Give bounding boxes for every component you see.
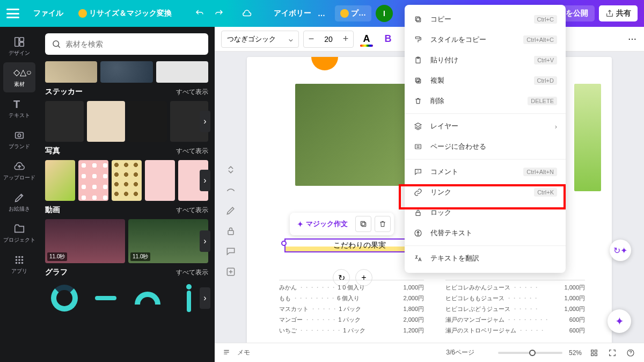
trash-icon [413,96,423,106]
fit-page-icon [413,142,423,151]
lock-icon[interactable] [225,226,236,236]
ctx-copy[interactable]: コピーCtrl+C [405,9,566,30]
left-sidebar: デザイン ◇△○素材 Tテキスト ブランド アップロード お絵描き プロジェクト… [0,27,39,362]
font-size-value[interactable]: 20 [319,35,338,44]
clipboard-icon [413,55,423,65]
sidebar-design[interactable]: デザイン [3,31,35,61]
ctx-fit-page[interactable]: ページに合わせる [405,136,566,157]
file-menu[interactable]: ファイル [28,5,69,21]
magic-toolbar: ✦マジック作文 [290,213,394,235]
photo-thumb[interactable] [145,160,175,201]
duplicate-icon [413,76,423,85]
ctx-lock[interactable]: ロック [405,202,566,223]
add-icon[interactable] [225,266,236,277]
ctx-comment[interactable]: コメントCtrl+Alt+N [405,162,566,182]
notes-label[interactable]: メモ [237,348,250,357]
svg-point-10 [21,259,24,261]
section-title: 動画 [45,205,60,215]
asset-thumb[interactable] [45,61,97,83]
help-icon[interactable] [625,347,636,359]
decrease-size-button[interactable]: − [304,31,319,47]
asset-thumb[interactable] [100,61,152,83]
ai-refresh-fab[interactable]: ↻✦ [610,240,631,261]
photo-thumb[interactable] [45,160,75,201]
video-thumb[interactable]: 11.0秒 [128,219,208,263]
undo-icon[interactable] [192,6,207,21]
show-all-link[interactable]: すべて表示 [176,147,208,156]
collapse-icon[interactable] [225,164,236,175]
more-options-icon[interactable]: ⋯ [628,34,638,44]
graph-thumb[interactable] [45,281,84,315]
chevron-right-icon[interactable]: › [200,230,210,252]
ctx-alt-text[interactable]: 代替テキスト [405,223,566,243]
share-button[interactable]: 共有 [599,5,638,21]
increase-size-button[interactable]: + [338,31,353,47]
resize-button[interactable]: リサイズ＆マジック変換 [73,5,177,21]
edit-icon[interactable] [225,205,236,216]
zoom-slider[interactable] [498,352,562,354]
selection-handle[interactable] [281,241,287,246]
graph-thumb[interactable] [128,281,167,315]
sparkle-icon: ✦ [297,220,303,228]
ai-sparkle-fab[interactable]: ✦ [608,309,631,333]
redo-icon[interactable] [211,6,226,21]
sidebar-assets[interactable]: ◇△○素材 [3,62,35,92]
chevron-right-icon: › [555,122,557,131]
video-thumb[interactable]: 11.0秒 [45,219,125,263]
page-indicator[interactable]: 3/6ページ [446,348,474,357]
sidebar-text[interactable]: Tテキスト [3,93,35,124]
sticker-thumb[interactable] [87,101,126,142]
graph-thumb[interactable] [87,281,126,315]
fullscreen-icon[interactable] [606,347,618,359]
ctx-duplicate[interactable]: 複製Ctrl+D [405,70,566,91]
side-image[interactable] [574,84,601,191]
chevron-right-icon[interactable]: › [200,111,210,132]
photo-thumb[interactable] [112,160,142,201]
sidebar-draw[interactable]: お絵描き [3,187,35,217]
chevron-right-icon[interactable]: › [200,170,210,191]
chevron-right-icon[interactable]: › [200,287,210,309]
doc-title[interactable]: アイボリー … [268,5,331,21]
duplicate-button[interactable] [355,216,371,232]
sidebar-project[interactable]: プロジェクト [3,218,35,248]
asset-thumb[interactable] [156,61,208,83]
menu-icon[interactable] [6,9,19,18]
show-all-link[interactable]: すべて表示 [176,206,208,215]
paint-roller-icon [413,35,423,45]
photo-thumb[interactable] [78,160,108,201]
cloud-sync-icon[interactable] [239,6,254,21]
ctx-paste[interactable]: 貼り付けCtrl+V [405,50,566,70]
sidebar-apps[interactable]: アプリ [3,249,35,279]
comment-icon[interactable] [225,246,236,257]
grid-view-icon[interactable] [588,347,600,359]
ctx-copy-style[interactable]: スタイルをコピーCtrl+Alt+C [405,30,566,50]
avatar[interactable]: I [376,5,393,22]
svg-rect-31 [595,350,597,352]
show-all-link[interactable]: すべて表示 [176,88,208,97]
bold-button[interactable]: B [379,31,397,48]
search-input-wrapper[interactable] [45,33,208,55]
sidebar-upload[interactable]: アップロード [3,156,35,186]
svg-point-7 [21,256,24,258]
premium-button[interactable]: プ… [335,5,371,21]
paint-icon[interactable] [225,185,236,196]
sidebar-brand[interactable]: ブランド [3,125,35,155]
text-color-button[interactable]: A [358,31,375,48]
ctx-layer[interactable]: レイヤー› [405,116,566,136]
svg-rect-27 [416,212,420,215]
zoom-value[interactable]: 52% [569,349,582,357]
sticker-thumb[interactable] [128,101,167,142]
ctx-translate[interactable]: テキストを翻訳 [405,248,566,269]
ctx-link[interactable]: リンクCtrl+K [405,182,566,202]
svg-rect-0 [15,37,19,46]
svg-rect-21 [415,37,420,39]
search-input[interactable] [65,40,202,48]
show-all-link[interactable]: すべて表示 [176,268,208,277]
font-select[interactable]: つなぎゴシック⌵ [221,31,299,48]
sticker-thumb[interactable] [45,101,84,142]
notes-icon[interactable] [222,349,231,357]
svg-rect-3 [16,132,24,138]
magic-write-button[interactable]: ✦マジック作文 [293,216,352,231]
ctx-delete[interactable]: 削除DELETE [405,91,566,111]
trash-button[interactable] [375,216,391,232]
